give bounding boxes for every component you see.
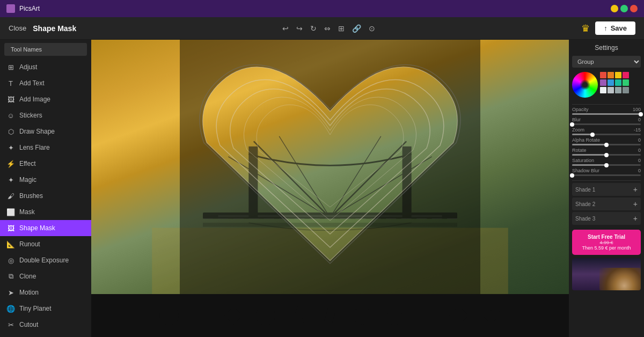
sidebar-item-effect[interactable]: ⚡ Effect: [0, 156, 91, 172]
shape-star[interactable]: [284, 302, 311, 329]
close-window-button[interactable]: [630, 5, 638, 12]
color-swatch-0[interactable]: [600, 72, 606, 78]
shape-parallelogram[interactable]: [317, 302, 343, 329]
slider-track-4[interactable]: [572, 144, 641, 145]
canvas-main[interactable]: [91, 40, 569, 294]
sidebar-item-crop[interactable]: ⊡ Crop: [0, 333, 91, 337]
shade-plus-1[interactable]: +: [633, 200, 638, 208]
tool-icon-double-exposure: ◎: [6, 256, 15, 265]
shape-heart[interactable]: [478, 302, 504, 329]
sidebar-item-runout[interactable]: 📐 Runout: [0, 236, 91, 252]
shape-hexagon[interactable]: [349, 302, 376, 329]
sidebar-item-shape-mask[interactable]: 🖼 Shape Mask: [0, 220, 91, 236]
sidebar-item-draw-shape[interactable]: ⬡ Draw Shape: [0, 123, 91, 140]
save-label: Save: [611, 24, 627, 32]
color-swatch-3[interactable]: [623, 72, 629, 78]
title-bar-left: PicsArt: [6, 4, 40, 13]
color-swatch-7[interactable]: [623, 79, 629, 86]
shape-square[interactable]: [188, 302, 215, 329]
tool-label-clone: Clone: [19, 273, 36, 280]
slider-group-zoom: Zoom -15: [572, 127, 641, 135]
tool-label-brushes: Brushes: [19, 192, 43, 200]
shade-row-1: Shade 2 +: [572, 197, 641, 210]
rotate-cw-button[interactable]: ↻: [308, 22, 319, 35]
main-content: Tool Names ⊞ Adjust T Add Text 🖼 Add Ima…: [0, 40, 644, 337]
sidebar-item-lens-flare[interactable]: ✦ Lens Flare: [0, 140, 91, 156]
group-dropdown[interactable]: Group: [572, 56, 641, 68]
tool-title: Shape Mask: [33, 24, 76, 33]
color-swatch-2[interactable]: [615, 72, 621, 78]
shade-plus-2[interactable]: +: [633, 214, 638, 223]
save-button[interactable]: ↑ Save: [595, 21, 635, 35]
svg-marker-22: [385, 306, 404, 325]
sidebar-item-add-text[interactable]: T Add Text: [0, 75, 91, 91]
resize-button[interactable]: ⊞: [336, 22, 347, 35]
slider-label-4: Alpha Rotate 0: [572, 137, 641, 143]
window-controls[interactable]: [611, 5, 638, 12]
color-swatch-8[interactable]: [600, 87, 606, 93]
sidebar-item-add-image[interactable]: 🖼 Add Image: [0, 91, 91, 107]
toolbar-center: ↩ ↪ ↻ ⇔ ⊞ 🔗 ⊙: [280, 22, 377, 35]
svg-marker-21: [354, 306, 371, 325]
shape-diamond-large[interactable]: [445, 302, 472, 329]
share-button[interactable]: ⊙: [367, 22, 377, 35]
shape-diamond-small[interactable]: [220, 302, 247, 329]
shape-triangle[interactable]: [413, 302, 440, 329]
tool-icon-cutout: ✂: [6, 320, 15, 329]
settings-title: Settings: [572, 44, 641, 52]
sliders-container: Opacity 100 Blur 0 Zoom -15 Alpha Rotate…: [572, 107, 641, 178]
slider-group-rotate: Rotate 0: [572, 148, 641, 156]
sidebar-item-adjust[interactable]: ⊞ Adjust: [0, 59, 91, 75]
slider-track-1[interactable]: [572, 113, 641, 115]
tool-icon-tiny-planet: 🌐: [6, 304, 15, 313]
color-swatch-1[interactable]: [608, 72, 614, 78]
maximize-button[interactable]: [620, 5, 628, 12]
tool-label-add-text: Add Text: [19, 79, 44, 87]
sidebar-item-clone[interactable]: ⧉ Clone: [0, 268, 91, 284]
trial-price-old: 4.99 €: [575, 240, 638, 245]
shape-circle[interactable]: [156, 302, 182, 329]
color-swatch-5[interactable]: [608, 79, 614, 86]
sidebar-item-mask[interactable]: ⬜ Mask: [0, 204, 91, 220]
link-button[interactable]: 🔗: [350, 22, 363, 35]
color-swatch-11[interactable]: [623, 87, 629, 93]
tool-label-double-exposure: Double Exposure: [19, 257, 69, 264]
sidebar-item-magic[interactable]: ✦ Magic: [0, 172, 91, 188]
shade-row-2: Shade 3 +: [572, 212, 641, 225]
trial-title: Start Free Trial: [575, 234, 638, 240]
slider-track-2[interactable]: [572, 123, 641, 125]
color-wheel[interactable]: [572, 72, 598, 98]
shade-label-0: Shade 1: [575, 187, 595, 193]
close-tool-button[interactable]: Close: [9, 24, 26, 32]
sidebar-item-brushes[interactable]: 🖌 Brushes: [0, 188, 91, 204]
tool-icon-magic: ✦: [6, 175, 15, 184]
color-swatch-9[interactable]: [608, 87, 614, 93]
undo-button[interactable]: ↩: [280, 22, 291, 35]
flip-button[interactable]: ⇔: [322, 22, 333, 35]
sidebar-item-double-exposure[interactable]: ◎ Double Exposure: [0, 252, 91, 268]
shape-x[interactable]: [381, 302, 408, 329]
sidebar-item-cutout[interactable]: ✂ Cutout: [0, 317, 91, 333]
slider-track-3[interactable]: [572, 134, 641, 135]
slider-track-5[interactable]: [572, 154, 641, 156]
slider-group-alpha-rotate: Alpha Rotate 0: [572, 137, 641, 145]
shades-container: Shade 1 + Shade 2 + Shade 3 +: [572, 183, 641, 226]
slider-track-6[interactable]: [572, 164, 641, 166]
slider-label-6: Saturation 0: [572, 158, 641, 163]
redo-button[interactable]: ↪: [294, 22, 305, 35]
shape-bar: [91, 294, 569, 337]
sidebar-item-tiny-planet[interactable]: 🌐 Tiny Planet: [0, 301, 91, 317]
shade-plus-0[interactable]: +: [633, 185, 638, 194]
trial-banner[interactable]: Start Free Trial 4.99 € Then 5.59 € per …: [572, 230, 641, 255]
tool-icon-effect: ⚡: [6, 159, 15, 168]
tool-icon-adjust: ⊞: [6, 63, 15, 71]
slider-track-7[interactable]: [572, 174, 641, 176]
color-swatch-6[interactable]: [615, 79, 621, 86]
shape-circle-filled[interactable]: [252, 302, 279, 329]
tool-names-button[interactable]: Tool Names: [4, 43, 87, 56]
minimize-button[interactable]: [611, 5, 618, 12]
color-swatch-4[interactable]: [600, 79, 606, 86]
sidebar-item-stickers[interactable]: ☺ Stickers: [0, 107, 91, 123]
sidebar-item-motion[interactable]: ➤ Motion: [0, 284, 91, 301]
color-swatch-10[interactable]: [615, 87, 621, 93]
